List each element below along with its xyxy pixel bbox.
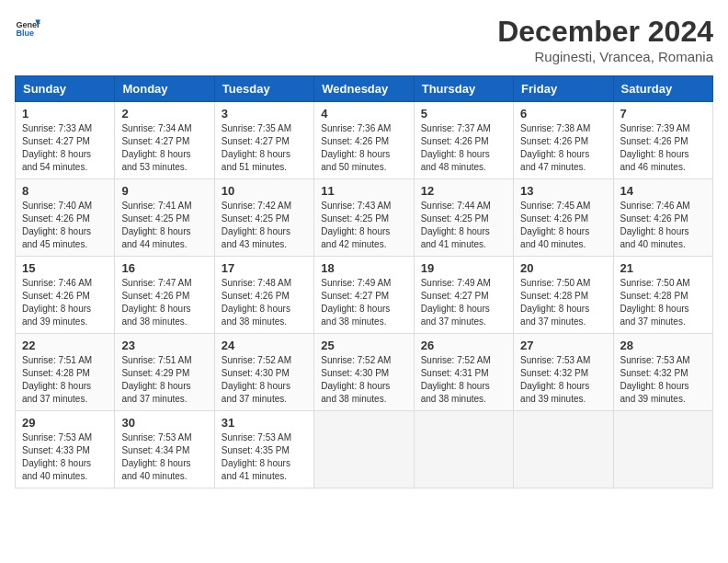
month-title: December 2024 [497, 15, 713, 49]
col-sunday: Sunday [16, 76, 115, 102]
table-row: 24 Sunrise: 7:52 AMSunset: 4:30 PMDaylig… [214, 334, 313, 411]
col-saturday: Saturday [613, 76, 712, 102]
table-row: 20 Sunrise: 7:50 AMSunset: 4:28 PMDaylig… [514, 257, 613, 334]
col-wednesday: Wednesday [314, 76, 414, 102]
table-row: 16 Sunrise: 7:47 AMSunset: 4:26 PMDaylig… [115, 257, 214, 334]
table-row: 2 Sunrise: 7:34 AMSunset: 4:27 PMDayligh… [115, 102, 214, 179]
col-friday: Friday [514, 76, 613, 102]
table-row: 22 Sunrise: 7:51 AMSunset: 4:28 PMDaylig… [16, 334, 115, 411]
table-row: 11 Sunrise: 7:43 AMSunset: 4:25 PMDaylig… [314, 179, 414, 257]
calendar-week-row: 8 Sunrise: 7:40 AMSunset: 4:26 PMDayligh… [16, 179, 713, 257]
table-row: 29 Sunrise: 7:53 AMSunset: 4:33 PMDaylig… [16, 411, 115, 488]
table-row: 7 Sunrise: 7:39 AMSunset: 4:26 PMDayligh… [613, 102, 712, 179]
table-row: 9 Sunrise: 7:41 AMSunset: 4:25 PMDayligh… [115, 179, 214, 257]
col-tuesday: Tuesday [214, 76, 313, 102]
calendar-week-row: 29 Sunrise: 7:53 AMSunset: 4:33 PMDaylig… [16, 411, 713, 488]
table-row: 8 Sunrise: 7:40 AMSunset: 4:26 PMDayligh… [16, 179, 115, 257]
empty-cell [314, 411, 414, 488]
calendar-week-row: 15 Sunrise: 7:46 AMSunset: 4:26 PMDaylig… [16, 257, 713, 334]
col-thursday: Thursday [414, 76, 513, 102]
table-row: 26 Sunrise: 7:52 AMSunset: 4:31 PMDaylig… [414, 334, 513, 411]
title-area: December 2024 Ruginesti, Vrancea, Romani… [497, 15, 713, 64]
table-row: 5 Sunrise: 7:37 AMSunset: 4:26 PMDayligh… [414, 102, 513, 179]
calendar-week-row: 1 Sunrise: 7:33 AMSunset: 4:27 PMDayligh… [16, 102, 713, 179]
empty-cell [514, 411, 613, 488]
table-row: 15 Sunrise: 7:46 AMSunset: 4:26 PMDaylig… [16, 257, 115, 334]
table-row: 25 Sunrise: 7:52 AMSunset: 4:30 PMDaylig… [314, 334, 414, 411]
table-row: 23 Sunrise: 7:51 AMSunset: 4:29 PMDaylig… [115, 334, 214, 411]
table-row: 10 Sunrise: 7:42 AMSunset: 4:25 PMDaylig… [214, 179, 313, 257]
table-row: 12 Sunrise: 7:44 AMSunset: 4:25 PMDaylig… [414, 179, 513, 257]
calendar-week-row: 22 Sunrise: 7:51 AMSunset: 4:28 PMDaylig… [16, 334, 713, 411]
table-row: 30 Sunrise: 7:53 AMSunset: 4:34 PMDaylig… [115, 411, 214, 488]
empty-cell [414, 411, 513, 488]
svg-text:Blue: Blue [16, 29, 34, 38]
location-title: Ruginesti, Vrancea, Romania [497, 49, 713, 64]
table-row: 21 Sunrise: 7:50 AMSunset: 4:28 PMDaylig… [613, 257, 712, 334]
calendar-header-row: Sunday Monday Tuesday Wednesday Thursday… [16, 76, 713, 102]
table-row: 4 Sunrise: 7:36 AMSunset: 4:26 PMDayligh… [314, 102, 414, 179]
logo: General Blue [15, 15, 40, 40]
table-row: 3 Sunrise: 7:35 AMSunset: 4:27 PMDayligh… [214, 102, 313, 179]
calendar: Sunday Monday Tuesday Wednesday Thursday… [15, 75, 713, 488]
table-row: 31 Sunrise: 7:53 AMSunset: 4:35 PMDaylig… [214, 411, 313, 488]
table-row: 1 Sunrise: 7:33 AMSunset: 4:27 PMDayligh… [16, 102, 115, 179]
table-row: 28 Sunrise: 7:53 AMSunset: 4:32 PMDaylig… [613, 334, 712, 411]
empty-cell [613, 411, 712, 488]
table-row: 19 Sunrise: 7:49 AMSunset: 4:27 PMDaylig… [414, 257, 513, 334]
table-row: 13 Sunrise: 7:45 AMSunset: 4:26 PMDaylig… [514, 179, 613, 257]
table-row: 14 Sunrise: 7:46 AMSunset: 4:26 PMDaylig… [613, 179, 712, 257]
header: General Blue December 2024 Ruginesti, Vr… [15, 15, 713, 64]
table-row: 18 Sunrise: 7:49 AMSunset: 4:27 PMDaylig… [314, 257, 414, 334]
table-row: 6 Sunrise: 7:38 AMSunset: 4:26 PMDayligh… [514, 102, 613, 179]
col-monday: Monday [115, 76, 214, 102]
logo-icon: General Blue [15, 15, 40, 40]
table-row: 27 Sunrise: 7:53 AMSunset: 4:32 PMDaylig… [514, 334, 613, 411]
table-row: 17 Sunrise: 7:48 AMSunset: 4:26 PMDaylig… [214, 257, 313, 334]
